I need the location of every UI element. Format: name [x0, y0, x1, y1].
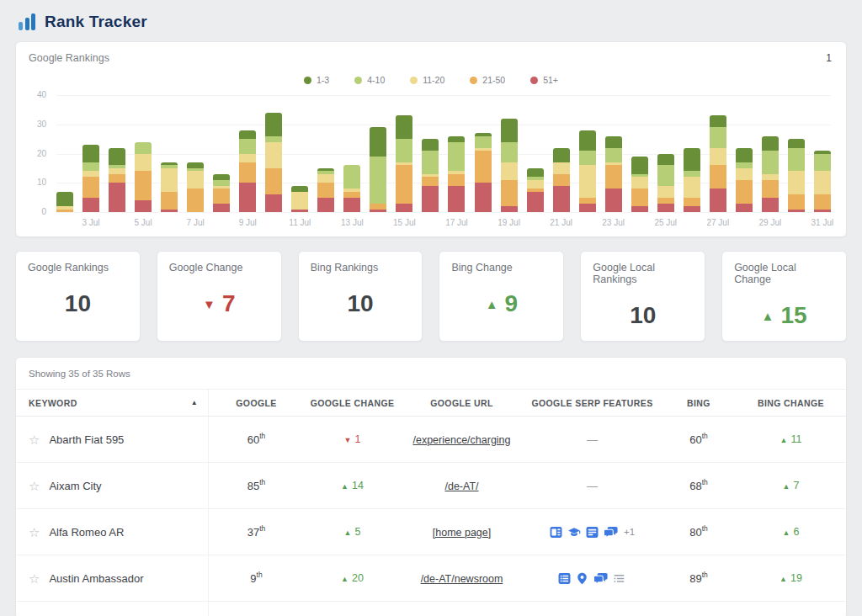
google-change: ▼1	[304, 433, 401, 445]
bar-26-jul[interactable]	[684, 148, 700, 212]
favorite-star-icon[interactable]: ☆	[29, 526, 40, 539]
favorite-star-icon[interactable]: ☆	[29, 433, 40, 446]
bar-7-jul[interactable]	[187, 162, 204, 212]
bar-20-jul[interactable]	[527, 168, 544, 212]
google-url-link[interactable]: /experience/charging	[412, 434, 510, 446]
bar-24-jul[interactable]	[631, 157, 648, 212]
bar-25-jul[interactable]	[657, 154, 674, 212]
stat-card-number: 10	[630, 302, 656, 329]
bar-11-jul[interactable]	[291, 186, 308, 212]
legend-item-51[interactable]: 51+	[530, 75, 558, 85]
arrow-up-icon: ▲	[341, 482, 349, 491]
column-header-google-url[interactable]: GOOGLE URL	[401, 398, 523, 408]
bar-23-jul[interactable]	[605, 136, 622, 212]
x-axis-label: 25 Jul	[657, 218, 674, 227]
bar-21-jul[interactable]	[553, 148, 570, 212]
stat-card-value: 10	[28, 290, 128, 317]
serp-features-cell: —	[523, 433, 662, 446]
bar-segment-4-10	[343, 165, 360, 189]
bar-6-jul[interactable]	[161, 162, 178, 212]
bar-2-jul[interactable]	[56, 192, 73, 212]
column-header-keyword[interactable]: KEYWORD▲	[16, 390, 209, 416]
favorite-star-icon[interactable]: ☆	[29, 572, 40, 585]
x-axis-label-text: 27 Jul	[706, 218, 729, 227]
legend-dot-icon	[304, 77, 311, 84]
bar-28-jul[interactable]	[736, 148, 753, 212]
google-url-link[interactable]: [home page]	[433, 527, 492, 539]
x-axis-label: 17 Jul	[448, 218, 465, 227]
table-row-austin-ambassador: ☆Austin Ambassador9th▲20/de-AT/newsroom8…	[16, 555, 846, 602]
x-axis-label-text: 7 Jul	[187, 218, 205, 227]
serp-feature-questions-icon	[593, 572, 608, 585]
column-header-google[interactable]: GOOGLE	[209, 398, 304, 408]
keyword-label: Abarth Fiat 595	[49, 433, 124, 446]
x-axis-label-text: 15 Jul	[393, 218, 416, 227]
google-url-link[interactable]: /de-AT/	[444, 481, 478, 492]
bar-17-jul[interactable]	[448, 136, 465, 212]
bar-22-jul[interactable]	[579, 130, 596, 212]
google-url-link[interactable]: /de-AT/newsroom	[421, 573, 503, 585]
favorite-star-icon[interactable]: ☆	[29, 480, 40, 492]
bar-19-jul[interactable]	[501, 119, 518, 212]
bing-rank-number: 68	[689, 480, 701, 492]
bar-segment-1-3	[448, 136, 465, 142]
bar-31-jul[interactable]	[814, 151, 831, 212]
bar-4-jul[interactable]	[109, 148, 125, 212]
bar-5-jul[interactable]	[135, 142, 152, 212]
bar-10-jul[interactable]	[265, 113, 282, 212]
bar-9-jul[interactable]	[239, 130, 256, 212]
bar-8-jul[interactable]	[213, 174, 230, 212]
bar-segment-4-10	[579, 151, 596, 165]
x-axis-label-text: 13 Jul	[341, 218, 364, 227]
column-header-google-serp-features[interactable]: GOOGLE SERP FEATURES	[523, 398, 662, 408]
stat-card-google-local-rankings: Google Local Rankings10	[580, 251, 705, 342]
x-axis-label-text: 5 Jul	[135, 218, 152, 227]
bar-18-jul[interactable]	[475, 133, 492, 212]
bar-segment-51	[370, 210, 386, 212]
google-change: ▲14	[304, 480, 401, 491]
bing-rank: 80th	[662, 525, 736, 539]
bar-12-jul[interactable]	[317, 168, 334, 212]
bar-segment-21-50	[187, 189, 204, 212]
stat-card-value: ▲15	[734, 302, 834, 329]
legend-dot-icon	[470, 77, 477, 84]
column-header-bing[interactable]: BING	[662, 398, 736, 408]
arrow-up-icon: ▲	[486, 298, 498, 311]
x-axis-label: 13 Jul	[343, 218, 360, 227]
bing-rank-suffix: th	[702, 478, 708, 486]
bar-15-jul[interactable]	[396, 115, 412, 212]
keyword-label: Austin Ambassador	[49, 572, 143, 585]
table-row-partial	[16, 602, 846, 616]
bar-segment-51	[396, 204, 412, 212]
stat-card-value: ▲9	[451, 290, 551, 317]
bar-segment-21-50	[448, 174, 465, 186]
bar-segment-11-20	[710, 148, 726, 166]
legend-item-4-10[interactable]: 4-10	[354, 75, 385, 85]
legend-item-21-50[interactable]: 21-50	[470, 75, 505, 85]
bar-27-jul[interactable]	[710, 115, 726, 212]
google-rank: 60th	[209, 433, 304, 446]
bar-14-jul[interactable]	[370, 127, 386, 212]
bar-30-jul[interactable]	[788, 139, 805, 212]
bar-29-jul[interactable]	[762, 136, 779, 212]
column-header-bing-change[interactable]: BING CHANGE	[736, 398, 846, 408]
google-change: ▲5	[304, 526, 401, 538]
legend-item-11-20[interactable]: 11-20	[410, 75, 444, 85]
bar-segment-21-50	[814, 194, 831, 209]
gridline-0	[56, 212, 831, 213]
serp-feature-questions-icon	[604, 526, 618, 539]
bar-3-jul[interactable]	[82, 145, 99, 212]
arrow-down-icon: ▼	[344, 436, 352, 444]
serp-feature-featured-snippet-icon	[558, 572, 571, 585]
column-header-google-change[interactable]: GOOGLE CHANGE	[304, 398, 401, 408]
bing-rank-number: 60	[689, 433, 701, 446]
bar-16-jul[interactable]	[422, 139, 439, 212]
bar-13-jul[interactable]	[343, 165, 360, 212]
x-axis-label: 3 Jul	[82, 218, 99, 227]
google-rank-suffix: th	[257, 571, 263, 579]
bing-rank-suffix: th	[702, 432, 708, 440]
bar-segment-4-10	[370, 157, 386, 204]
legend-item-1-3[interactable]: 1-3	[304, 75, 329, 85]
sort-ascending-icon[interactable]: ▲	[191, 399, 198, 406]
chart-page-indicator[interactable]: 1	[826, 52, 832, 64]
